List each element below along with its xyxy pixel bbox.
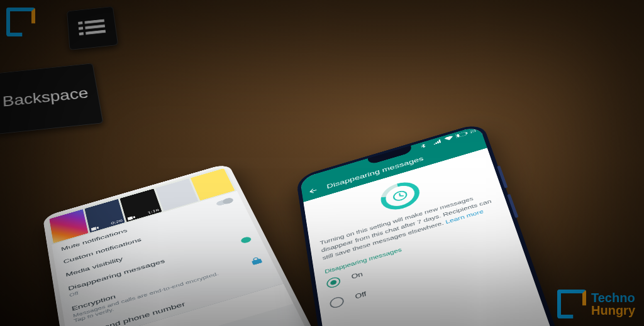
brand-logo: Techno Hungry	[557, 290, 635, 318]
svg-rect-2	[79, 27, 83, 30]
brand-mark-icon	[557, 290, 586, 318]
svg-rect-5	[86, 30, 106, 35]
battery-percent: 23	[469, 129, 476, 134]
radio-label: Off	[355, 291, 367, 301]
svg-rect-7	[457, 134, 460, 138]
video-icon	[128, 215, 136, 220]
brand-text-line1: Techno	[591, 291, 635, 304]
key-label: Backspace	[2, 85, 89, 110]
brand-text-line2: Hungry	[591, 304, 635, 317]
svg-rect-8	[466, 132, 467, 134]
video-icon	[91, 226, 99, 231]
lock-icon	[250, 256, 262, 265]
svg-rect-3	[85, 24, 105, 30]
toggle-switch[interactable]	[216, 198, 233, 207]
radio-icon	[329, 296, 344, 310]
phone-left-screen: 0:26 1:18 Mute notifications Custom noti…	[47, 166, 331, 326]
clock-icon	[391, 188, 410, 204]
back-arrow-icon[interactable]	[308, 186, 319, 196]
radio-icon	[326, 276, 341, 289]
status-dot-icon	[240, 236, 252, 244]
keyboard-key-list	[67, 6, 118, 50]
phone-right-screen: 23 Disappearing messages Turning on this…	[300, 126, 575, 326]
brand-mark-icon	[6, 8, 35, 36]
brand-logo	[6, 8, 35, 36]
radio-label: On	[351, 271, 364, 280]
signal-icon	[433, 139, 442, 144]
wifi-icon	[444, 136, 453, 141]
keyboard-key-backspace: Backspace	[0, 63, 104, 134]
svg-rect-1	[84, 19, 104, 24]
list-icon	[78, 19, 106, 37]
phone-left: 0:26 1:18 Mute notifications Custom noti…	[43, 163, 340, 326]
svg-rect-4	[79, 32, 84, 35]
phone-right: 23 Disappearing messages Turning on this…	[296, 122, 580, 326]
svg-rect-0	[78, 21, 82, 24]
